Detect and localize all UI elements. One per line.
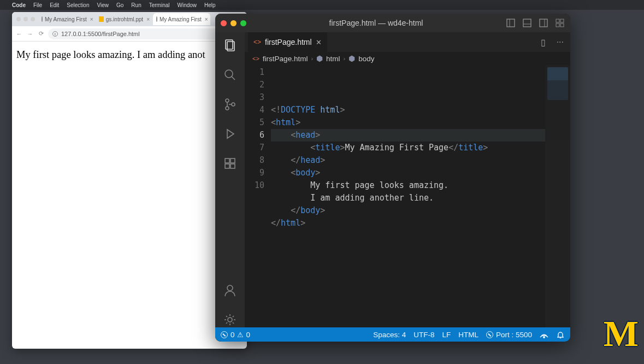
editor-tabbar: <> firstPage.html ✕ ▯ ··· (245, 32, 570, 52)
extensions-icon[interactable] (222, 156, 238, 171)
editor-area: <> firstPage.html ✕ ▯ ··· <> firstPage.h… (245, 32, 570, 327)
menubar-item-selection[interactable]: Selection (67, 2, 89, 8)
minimap[interactable] (545, 65, 570, 327)
file-tab[interactable]: <> firstPage.html ✕ (248, 32, 327, 52)
line-number: 10 (245, 179, 264, 192)
window-title: firstPage.html — wd4e-html (246, 19, 506, 27)
code-line[interactable]: <title>My Amazing First Page</title> (271, 142, 570, 154)
language-indicator[interactable]: HTML (458, 331, 478, 339)
svg-rect-0 (507, 19, 515, 27)
tab-title: gs.introhtml.ppt (106, 16, 143, 22)
layout-left-icon[interactable] (506, 18, 516, 28)
more-icon[interactable]: ··· (553, 37, 567, 47)
code-line[interactable]: </html> (271, 217, 570, 230)
site-info-icon[interactable]: i (52, 31, 58, 37)
browser-tab-2[interactable]: My Amazing First × (153, 13, 210, 25)
activity-bar (215, 32, 245, 327)
split-editor-icon[interactable]: ▯ (537, 37, 549, 48)
minimize-dot[interactable] (231, 20, 237, 26)
account-icon[interactable] (222, 283, 238, 298)
vscode-traffic-lights[interactable] (221, 20, 246, 26)
port-label: Port : 5500 (496, 331, 532, 339)
close-icon[interactable]: × (205, 16, 208, 22)
code-editor[interactable]: 12345678910 <!DOCTYPE html><html> <head>… (245, 65, 570, 327)
svg-rect-18 (225, 158, 229, 163)
bell-icon[interactable] (556, 330, 565, 339)
close-icon[interactable]: × (146, 16, 150, 22)
menubar-item-view[interactable]: View (97, 2, 109, 8)
globe-icon (156, 16, 157, 22)
port-indicator[interactable]: Port : 5500 (486, 331, 532, 339)
zoom-dot[interactable] (240, 20, 246, 26)
page-text: My first page looks amazing. I am adding… (16, 49, 205, 60)
line-number: 7 (245, 142, 264, 154)
code-lines[interactable]: <!DOCTYPE html><html> <head> <title>My A… (271, 65, 570, 327)
browser-tabstrip: My Amazing First × gs.introhtml.ppt × My… (12, 12, 247, 26)
layout-right-icon[interactable] (539, 18, 548, 28)
block-icon (486, 331, 493, 338)
back-button[interactable]: ← (15, 31, 23, 37)
code-line[interactable]: <head> (271, 129, 570, 142)
url-field[interactable]: i 127.0.0.1:5500/firstPage.html (48, 28, 235, 39)
explorer-icon[interactable] (222, 38, 238, 53)
status-bar: 0 ⚠ 0 Spaces: 4 UTF-8 LF HTML Port : 550… (215, 327, 570, 342)
globe-icon (42, 16, 43, 22)
layout-grid-icon[interactable] (555, 18, 565, 28)
symbol-icon: ⬢ (316, 54, 323, 63)
svg-rect-4 (540, 19, 547, 27)
close-icon[interactable]: × (90, 16, 93, 22)
reload-button[interactable]: ⟳ (37, 30, 45, 37)
eol-indicator[interactable]: LF (442, 331, 451, 339)
line-number: 6 (245, 129, 264, 142)
menubar-app[interactable]: Code (12, 2, 26, 8)
encoding-indicator[interactable]: UTF-8 (413, 331, 434, 339)
menubar-item-terminal[interactable]: Terminal (149, 2, 170, 8)
code-line[interactable]: </body> (271, 204, 570, 217)
breadcrumb-body[interactable]: body (358, 55, 374, 63)
slides-icon (99, 16, 104, 22)
layout-bottom-icon[interactable] (522, 18, 532, 28)
svg-point-24 (543, 337, 545, 338)
browser-tab-1[interactable]: gs.introhtml.ppt × (96, 13, 153, 25)
close-dot[interactable] (221, 20, 227, 26)
warning-icon: ⚠ (237, 331, 244, 339)
code-line[interactable]: My first page looks amazing. (271, 179, 570, 192)
gear-icon[interactable] (222, 312, 238, 327)
error-count: 0 (231, 331, 235, 339)
browser-tab-0[interactable]: My Amazing First × (38, 13, 96, 25)
menubar-item-edit[interactable]: Edit (50, 2, 59, 8)
svg-rect-20 (225, 164, 229, 168)
breadcrumb-html[interactable]: html (326, 55, 340, 63)
broadcast-icon[interactable] (540, 330, 548, 339)
source-control-icon[interactable] (222, 97, 238, 112)
svg-marker-17 (227, 130, 234, 138)
svg-point-14 (226, 99, 229, 102)
browser-traffic-lights[interactable] (15, 17, 38, 21)
search-icon[interactable] (222, 67, 238, 83)
menubar-item-help[interactable]: Help (204, 2, 216, 8)
line-number: 9 (245, 167, 264, 179)
warnings-indicator[interactable]: ⚠ 0 (237, 331, 251, 339)
forward-button[interactable]: → (26, 31, 34, 37)
breadcrumb-file[interactable]: firstPage.html (263, 55, 308, 63)
code-line[interactable]: <body> (271, 167, 570, 179)
line-number: 3 (245, 91, 264, 104)
menubar-item-window[interactable]: Window (178, 2, 197, 8)
code-line[interactable]: </head> (271, 154, 570, 167)
indent-indicator[interactable]: Spaces: 4 (373, 331, 406, 339)
run-debug-icon[interactable] (222, 126, 238, 142)
code-line[interactable]: <html> (271, 116, 570, 129)
code-line[interactable]: <!DOCTYPE html> (271, 104, 570, 116)
code-line[interactable]: I am adding another line. (271, 192, 570, 204)
breadcrumb[interactable]: <> firstPage.html › ⬢ html › ⬢ body (245, 52, 570, 65)
menubar-item-run[interactable]: Run (131, 2, 141, 8)
svg-point-22 (227, 285, 233, 291)
chevron-right-icon: › (344, 55, 346, 62)
errors-indicator[interactable]: 0 (221, 331, 235, 339)
line-number: 2 (245, 79, 264, 91)
close-icon[interactable]: ✕ (316, 38, 322, 46)
menubar-item-go[interactable]: Go (116, 2, 123, 8)
browser-addressbar: ← → ⟳ i 127.0.0.1:5500/firstPage.html ☆ (12, 26, 247, 42)
menubar-item-file[interactable]: File (33, 2, 42, 8)
svg-point-16 (232, 103, 235, 106)
